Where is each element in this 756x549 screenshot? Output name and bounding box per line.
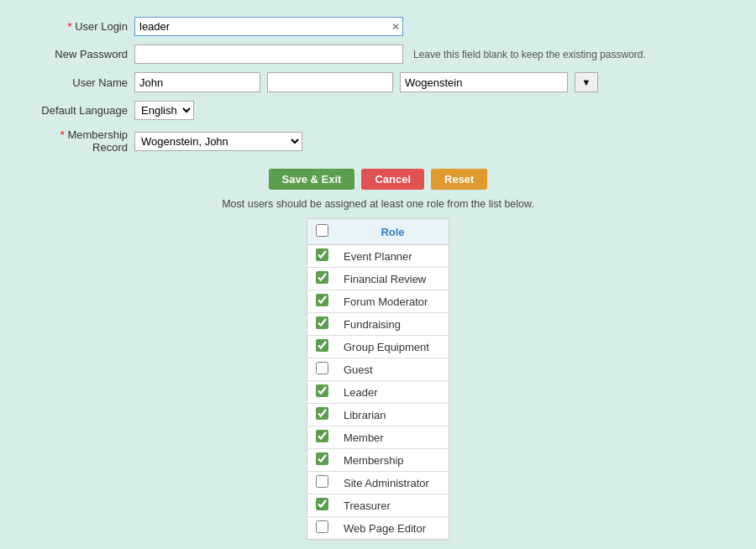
table-row: Treasurer: [307, 494, 449, 517]
role-checkbox-cell: [307, 404, 338, 426]
user-login-clear-button[interactable]: ✕: [391, 22, 400, 32]
role-checkbox-cell: [307, 472, 338, 494]
table-row: Membership: [307, 449, 449, 472]
table-row: Leader: [307, 381, 449, 404]
role-name: Fundraising: [337, 313, 449, 336]
role-name: Librarian: [337, 404, 449, 426]
default-language-select[interactable]: English: [134, 101, 194, 120]
name-inputs-group: ▼: [134, 72, 598, 92]
membership-record-label: Membership Record: [25, 128, 134, 154]
role-name: Site Administrator: [337, 472, 449, 494]
table-row: Financial Review: [307, 268, 449, 290]
user-name-label: User Name: [25, 76, 134, 89]
role-checkbox-cell: [307, 449, 338, 472]
user-login-label: User Login: [25, 20, 134, 33]
role-name: Treasurer: [337, 494, 449, 517]
role-checkbox-cell: [307, 358, 338, 381]
roles-table: Role Event PlannerFinancial ReviewForum …: [307, 218, 449, 540]
role-name: Leader: [337, 381, 449, 404]
role-checkbox-cell: [307, 517, 338, 540]
reset-button[interactable]: Reset: [431, 169, 487, 190]
role-name: Web Page Editor: [337, 517, 449, 540]
new-password-input[interactable]: [134, 44, 403, 64]
save-exit-button[interactable]: Save & Exit: [269, 169, 355, 190]
password-hint-text: Leave this field blank to keep the exist…: [413, 49, 646, 60]
table-row: Event Planner: [307, 245, 449, 268]
role-column-header: Role: [337, 219, 449, 245]
last-name-input[interactable]: [400, 72, 568, 92]
table-row: Site Administrator: [307, 472, 449, 494]
default-language-label: Default Language: [25, 104, 134, 117]
form-buttons: Save & Exit Cancel Reset: [25, 169, 731, 190]
role-checkbox-cell: [307, 426, 338, 449]
role-checkbox-cell: [307, 494, 338, 517]
table-row: Forum Moderator: [307, 290, 449, 313]
membership-record-select[interactable]: Wogenstein, John: [134, 132, 302, 151]
role-checkbox-leader[interactable]: [316, 384, 328, 397]
role-checkbox-treasurer[interactable]: [316, 498, 328, 510]
role-checkbox-cell: [307, 313, 338, 336]
role-checkbox-web-page-editor[interactable]: [316, 520, 328, 533]
middle-name-input[interactable]: [267, 72, 393, 92]
table-row: Member: [307, 426, 449, 449]
role-checkbox-event-planner[interactable]: [316, 248, 328, 261]
role-checkbox-site-administrator[interactable]: [316, 475, 328, 488]
first-name-input[interactable]: [134, 72, 260, 92]
role-checkbox-fundraising[interactable]: [316, 316, 328, 329]
name-dropdown-button[interactable]: ▼: [575, 72, 598, 92]
role-checkbox-guest[interactable]: [316, 362, 328, 374]
roles-table-wrapper: Role Event PlannerFinancial ReviewForum …: [25, 218, 731, 540]
role-name: Financial Review: [337, 268, 449, 290]
role-name: Guest: [337, 358, 449, 381]
roles-hint-message: Most users should be assigned at least o…: [25, 198, 731, 210]
new-password-label: New Password: [25, 48, 134, 60]
role-checkbox-librarian[interactable]: [316, 407, 328, 420]
roles-header-checkbox-cell: [307, 219, 338, 245]
role-checkbox-cell: [307, 381, 338, 404]
role-name: Forum Moderator: [337, 290, 449, 313]
table-row: Guest: [307, 358, 449, 381]
user-login-field-wrapper: ✕: [134, 17, 403, 36]
role-checkbox-member[interactable]: [316, 430, 328, 442]
select-all-roles-checkbox[interactable]: [316, 224, 328, 237]
role-name: Group Equipment: [337, 336, 449, 358]
role-name: Membership: [337, 449, 449, 472]
cancel-button[interactable]: Cancel: [361, 169, 424, 190]
role-checkbox-cell: [307, 245, 338, 268]
role-name: Member: [337, 426, 449, 449]
table-row: Web Page Editor: [307, 517, 449, 540]
role-checkbox-cell: [307, 336, 338, 358]
table-row: Librarian: [307, 404, 449, 426]
role-checkbox-cell: [307, 290, 338, 313]
role-checkbox-forum-moderator[interactable]: [316, 294, 328, 306]
role-checkbox-cell: [307, 268, 338, 290]
role-checkbox-membership[interactable]: [316, 452, 328, 465]
role-name: Event Planner: [337, 245, 449, 268]
table-row: Fundraising: [307, 313, 449, 336]
role-checkbox-group-equipment[interactable]: [316, 339, 328, 352]
role-checkbox-financial-review[interactable]: [316, 271, 328, 284]
table-row: Group Equipment: [307, 336, 449, 358]
user-login-input[interactable]: [134, 17, 403, 36]
